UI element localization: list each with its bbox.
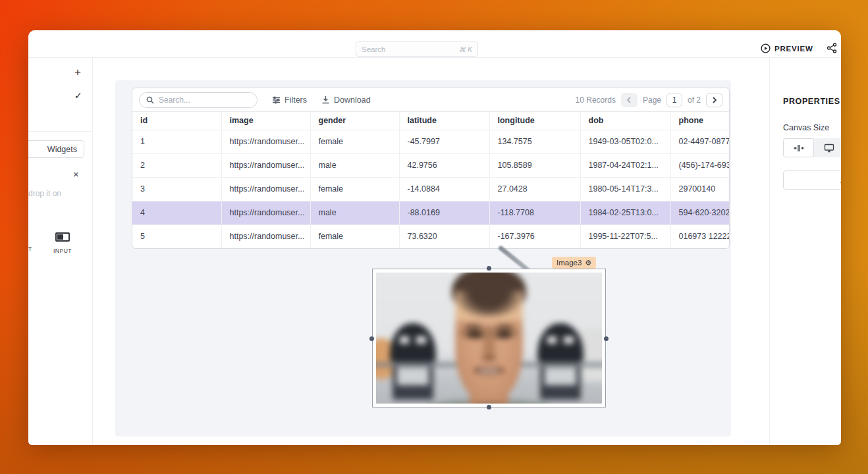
table-row[interactable]: 4https://randomuser...male-88.0169-118.7…: [132, 201, 730, 224]
table-header-row: idimagegenderlatitudelongitudedobphone: [132, 112, 730, 130]
table-cell: (456)-174-693: [670, 153, 730, 177]
table-cell: 016973 12222: [670, 224, 730, 248]
resize-handle-bottom[interactable]: [487, 405, 491, 409]
column-header-id[interactable]: id: [132, 112, 221, 130]
table-cell: 42.9756: [399, 153, 489, 177]
table-search-input[interactable]: Search...: [139, 92, 258, 108]
app-canvas[interactable]: Search... Filters: [115, 80, 731, 436]
widget-item-input[interactable]: INPUT: [47, 232, 78, 254]
table-cell: 29700140: [670, 177, 730, 201]
table-cell: male: [310, 201, 399, 224]
table-cell: 1980-05-14T17:3...: [580, 177, 670, 201]
table-cell: 4: [132, 201, 221, 224]
table-cell: 1984-02-25T13:0...: [580, 201, 670, 224]
table-cell: -14.0884: [399, 177, 489, 201]
table-cell: female: [310, 224, 399, 248]
table-cell: 1: [132, 130, 221, 153]
download-label: Download: [334, 95, 371, 105]
table-cell: 1949-03-05T02:0...: [580, 130, 670, 153]
desktop-option[interactable]: [814, 138, 841, 157]
preview-label: PREVIEW: [774, 45, 813, 53]
column-header-latitude[interactable]: latitude: [399, 112, 489, 130]
play-circle-icon: [761, 43, 771, 53]
resize-handle-top[interactable]: [487, 266, 491, 271]
filters-icon: [272, 96, 281, 104]
table-cell: 02-4497-0877: [670, 130, 730, 153]
widget-sidebar: + ✓ Widgets × drop it on INPUT T: [28, 58, 93, 445]
download-icon: [321, 95, 330, 104]
app-button[interactable]: APP: [783, 171, 841, 190]
column-header-gender[interactable]: gender: [310, 112, 399, 130]
sidebar-divider: [28, 131, 93, 132]
table-cell: -118.7708: [489, 201, 580, 224]
widgets-search-input[interactable]: Widgets: [28, 140, 84, 158]
search-icon: [146, 96, 154, 104]
table-widget[interactable]: Search... Filters: [132, 88, 730, 249]
search-shortcut-hint: ⌘ K: [459, 45, 472, 53]
topbar: Search ⌘ K PREVIEW: [28, 30, 841, 58]
page-number-input[interactable]: 1: [666, 93, 682, 107]
table-cell: female: [310, 130, 399, 153]
global-search-input[interactable]: Search ⌘ K: [356, 41, 478, 57]
column-header-dob[interactable]: dob: [580, 112, 670, 130]
column-header-image[interactable]: image: [221, 112, 310, 130]
table-row[interactable]: 3https://randomuser...female-14.088427.0…: [132, 177, 730, 201]
download-button[interactable]: Download: [321, 95, 371, 105]
table-cell: 1987-04-24T02:1...: [580, 153, 670, 177]
prev-page-button[interactable]: [621, 93, 637, 107]
table-cell: https://randomuser...: [221, 130, 310, 153]
table-cell: 5: [132, 224, 221, 248]
resize-handle-right[interactable]: [604, 336, 609, 341]
table-cell: female: [310, 177, 399, 201]
column-header-longitude[interactable]: longitude: [489, 112, 580, 130]
table-cell: 134.7575: [489, 130, 580, 153]
canvas-size-label: Canvas Size: [783, 123, 829, 132]
table-cell: 73.6320: [399, 224, 489, 248]
next-page-button[interactable]: [706, 93, 722, 107]
records-count: 10 Records: [576, 95, 616, 105]
gear-icon: ⚙: [585, 259, 591, 267]
column-header-phone[interactable]: phone: [670, 112, 730, 130]
filters-label: Filters: [285, 95, 307, 105]
table-cell: -88.0169: [399, 201, 489, 224]
editor-main: Search... Filters: [93, 58, 769, 445]
table-row[interactable]: 2https://randomuser...male42.9756105.858…: [132, 153, 730, 177]
fit-width-option[interactable]: [783, 138, 814, 157]
add-icon[interactable]: +: [74, 66, 81, 79]
table-search-placeholder: Search...: [159, 95, 190, 105]
table-row[interactable]: 5https://randomuser...female73.6320-167.…: [132, 224, 730, 248]
table-cell: 27.0428: [489, 177, 580, 201]
properties-panel: PROPERTIES Canvas Size APP: [769, 58, 841, 445]
page-total: of 2: [688, 95, 701, 105]
resize-handle-left[interactable]: [369, 336, 374, 341]
image-widget-name: Image3: [556, 259, 582, 267]
global-search-placeholder: Search: [362, 45, 385, 53]
drop-hint-text: drop it on: [28, 189, 61, 198]
image-widget[interactable]: [372, 269, 606, 408]
horizontal-resize-icon: [794, 144, 804, 152]
share-icon[interactable]: [827, 43, 837, 53]
preview-button[interactable]: PREVIEW: [761, 43, 813, 53]
table-cell: -167.3976: [489, 224, 580, 248]
table-cell: https://randomuser...: [221, 177, 310, 201]
input-widget-icon: [55, 232, 70, 242]
table-pagination: 10 Records Page 1 of 2: [576, 93, 722, 107]
input-widget-label: INPUT: [47, 248, 78, 254]
table-cell: 105.8589: [489, 153, 580, 177]
image-widget-badge[interactable]: Image3 ⚙: [552, 257, 596, 269]
table-cell: 3: [132, 177, 221, 201]
app-window: Search ⌘ K PREVIEW + ✓ Widgets × drop it…: [28, 30, 841, 445]
monitor-icon: [824, 144, 834, 153]
table-cell: 594-620-3202: [670, 201, 730, 224]
close-icon[interactable]: ×: [73, 169, 79, 180]
table-cell: 1995-11-22T07:5...: [580, 224, 670, 248]
data-table: idimagegenderlatitudelongitudedobphone 1…: [132, 112, 730, 248]
table-cell: 2: [132, 153, 221, 177]
filters-button[interactable]: Filters: [272, 95, 307, 105]
table-cell: male: [310, 153, 399, 177]
page-label: Page: [643, 95, 661, 105]
table-cell: https://randomuser...: [221, 224, 310, 248]
properties-title: PROPERTIES: [783, 97, 840, 106]
check-icon[interactable]: ✓: [74, 90, 82, 101]
table-row[interactable]: 1https://randomuser...female-45.7997134.…: [132, 130, 730, 153]
